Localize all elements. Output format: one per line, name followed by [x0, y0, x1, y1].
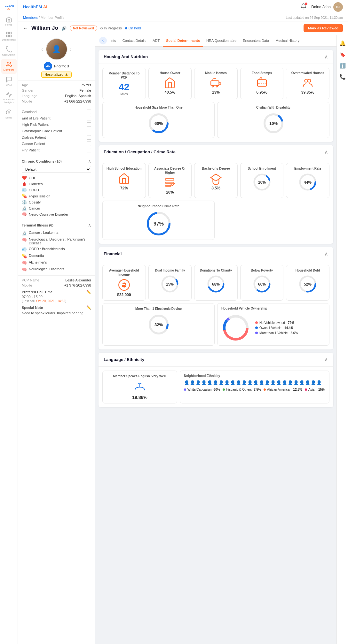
in-progress-status: In Progress — [100, 26, 122, 30]
financial-title: Financial — [104, 251, 122, 256]
svg-point-28 — [119, 280, 129, 290]
condition-cancer: 🔬Cancer — [22, 205, 91, 211]
nav-setup[interactable]: Setup — [1, 107, 17, 122]
right-icon-bookmark[interactable]: 🔖 — [339, 51, 346, 57]
on-hold-status: On hold — [125, 26, 141, 30]
back-button[interactable]: ← — [23, 25, 28, 31]
neighborhood-ethnicity: Neighborhood Ethnicity 👤 👤 👤 👤 👤 � — [180, 371, 329, 403]
right-icon-info[interactable]: ℹ️ — [339, 63, 346, 69]
edit-call-time[interactable]: ✏️ — [86, 290, 91, 294]
pcp-name-label: PCP Name — [22, 278, 39, 282]
right-icon-bell[interactable]: 🔔 — [339, 40, 346, 46]
app-logo: HealthEM .AI — [4, 3, 14, 14]
profile-photo: 👤 — [46, 38, 67, 60]
notification-bell[interactable] — [300, 3, 307, 11]
condition-diabetes: 🩸Diabetes — [22, 181, 91, 187]
terminal-illness-collapse[interactable]: ∧ — [88, 223, 91, 228]
tab-encounters-data[interactable]: Encounters Data — [240, 35, 272, 47]
tabs-bar: ‹ nts Contact Details ADT Social Determi… — [95, 35, 336, 47]
nav-cxm[interactable]: CXM — [1, 74, 17, 89]
svg-rect-0 — [6, 32, 8, 34]
left-panel: ‹ 👤 › 4A Priority: 3 Hospitalized ⚠️ — [18, 35, 95, 644]
chronic-conditions-title: Chronic Conditions (10) — [22, 159, 62, 163]
metric-member-speaks: Member Speaks English 'Very Well' 19.86% — [102, 371, 177, 403]
metric-dual-income: Dual Income Family 15% — [148, 265, 192, 301]
metric-vehicle-ownership: Household Vehicle Ownership — [217, 303, 329, 346]
metric-household-debt: Household Debt 52% — [286, 265, 329, 301]
pcp-mobile-value: +1 976-202-8998 — [64, 283, 91, 287]
housing-title: Housing And Nutrition — [104, 54, 148, 59]
svg-point-12 — [308, 79, 311, 82]
housing-collapse[interactable]: ∧ — [324, 54, 328, 60]
mobile-label: Mobile — [22, 99, 32, 103]
gender-label: Gender — [22, 88, 34, 92]
chronic-conditions-dropdown[interactable]: Default — [22, 166, 91, 173]
svg-point-7 — [212, 86, 214, 87]
tab-contact-details[interactable]: Contact Details — [119, 35, 150, 47]
priority-label: Priority: 3 — [54, 64, 69, 68]
terminal-neurological: 🧠Neurological Disorders — [22, 266, 91, 273]
financial-section: Financial ∧ Average Household Income — [99, 247, 333, 349]
right-icon-phone[interactable]: 📞 — [339, 74, 346, 80]
edit-special-note[interactable]: ✏️ — [86, 305, 91, 310]
tab-nts[interactable]: nts — [108, 35, 119, 47]
pcp-mobile-label: Mobile — [22, 283, 32, 287]
speaker-icon[interactable]: 🔊 — [61, 26, 67, 31]
checklist-end-of-life[interactable]: End of Life Patient — [22, 115, 91, 121]
tab-hra-questionnaire[interactable]: HRA Questionnaire — [203, 35, 240, 47]
education-collapse[interactable]: ∧ — [324, 149, 328, 155]
user-info: Daina John DJ — [311, 2, 343, 12]
checklist-hiv[interactable]: HIV Patient — [22, 147, 91, 153]
not-reviewed-badge: Not Reviewed — [70, 26, 97, 31]
checklist-cancer-patient[interactable]: Cancer Patient — [22, 141, 91, 147]
language-ethnicity-section: Language / Ethnicity ∧ Member Speaks Eng… — [99, 353, 333, 407]
svg-rect-6 — [211, 81, 219, 86]
terminal-illness-title: Terminal Illness (6) — [22, 223, 53, 227]
checklist-caseload[interactable]: Caseload — [22, 109, 91, 115]
metric-school-enrollment: School Enrollment 10% — [240, 163, 284, 198]
metric-household-size: Household Size More Than One 60% — [102, 102, 215, 138]
metric-donations: Donations To Charity 68% — [194, 265, 238, 301]
svg-rect-1 — [9, 32, 11, 34]
svg-point-11 — [305, 79, 308, 82]
breadcrumb-members-link[interactable]: Members — [23, 16, 38, 19]
next-profile-button[interactable]: › — [70, 47, 72, 52]
education-section: Education / Occupation / Crime Rate ∧ Hi… — [99, 145, 333, 244]
metric-associate-degree: Associate Degree Or Higher 20% — [148, 163, 192, 198]
tab-adt[interactable]: ADT — [149, 35, 163, 47]
call-time-label: Prefered Call Time — [22, 290, 52, 294]
gender-value: Female — [79, 88, 91, 92]
svg-text:32%: 32% — [154, 322, 162, 327]
left-navigation: HealthEM .AI Home Dashboards Care Admin … — [0, 0, 18, 644]
mark-reviewed-button[interactable]: Mark as Reviewed — [304, 24, 343, 32]
condition-obesity: ⚖️Obesity — [22, 199, 91, 205]
nav-members[interactable]: Members — [1, 59, 17, 74]
terminal-neurological-parkinsons: 🧠Neurological Disorders : Parkinson's Di… — [22, 236, 91, 246]
prev-profile-button[interactable]: ‹ — [42, 47, 43, 52]
last-call-info: (Last call: Oct 20, 2021 | 14:32) — [22, 299, 91, 303]
nav-care-admin[interactable]: Care Admin — [1, 44, 17, 59]
terminal-cancer-leukemia: 🔬Cancer : Leukemia — [22, 230, 91, 236]
last-updated: Last updated on 24 Sep 2021, 11:30 am — [286, 16, 343, 19]
nav-advanced-analytics[interactable]: Advanced Analytics — [1, 89, 17, 107]
chronic-conditions-collapse[interactable]: ∧ — [88, 159, 91, 164]
special-note-text: Need to speak louder. Impaired hearing — [22, 311, 91, 316]
metric-below-poverty: Below Poverty 60% — [240, 265, 284, 301]
metric-civilian-disability: Civilian With Disability 10% — [217, 102, 329, 138]
checklist-high-risk[interactable]: High Risk Patient — [22, 121, 91, 128]
checklist-catastrophic[interactable]: Catastrophic Care Patient — [22, 128, 91, 134]
tab-social-determinants[interactable]: Social Determinants — [163, 35, 203, 47]
svg-point-4 — [7, 62, 9, 65]
nav-dashboards[interactable]: Dashboards — [1, 29, 17, 44]
checklist-dialysis[interactable]: Dialysis Patient — [22, 134, 91, 141]
nav-home[interactable]: Home — [1, 14, 17, 29]
patient-header: ← William Jo 🔊 Not Reviewed In Progress … — [18, 21, 348, 35]
financial-collapse[interactable]: ∧ — [324, 251, 328, 257]
metric-household-income: Average Household Income $22,000 — [102, 265, 146, 301]
language-ethnicity-collapse[interactable]: ∧ — [324, 356, 328, 363]
tab-medical-history[interactable]: Medical History — [272, 35, 303, 47]
tab-back-arrow[interactable]: ‹ — [99, 37, 107, 44]
condition-neuro: 🧠Neuro Cognitive Disorder — [22, 211, 91, 217]
metric-house-owner: House Owner 40.5% — [148, 68, 192, 99]
hospitalized-badge: Hospitalized ⚠️ — [41, 72, 72, 78]
